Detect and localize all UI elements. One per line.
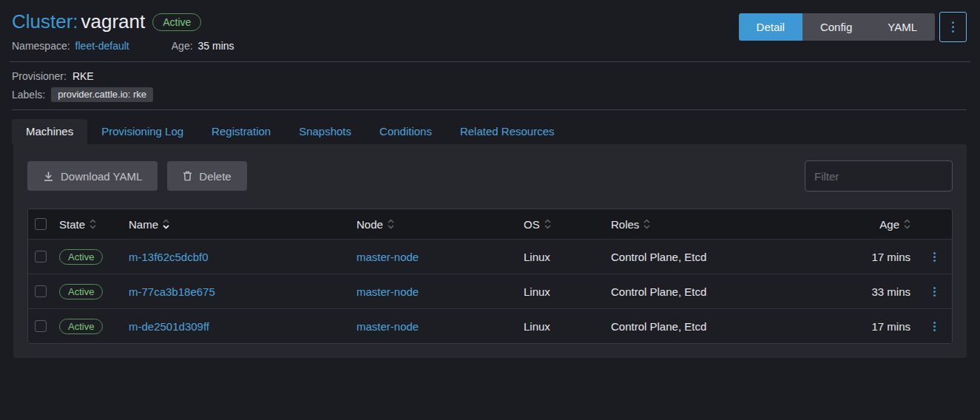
download-yaml-button[interactable]: Download YAML [27, 161, 158, 191]
detail-view-button[interactable]: Detail [739, 13, 802, 41]
row-checkbox[interactable] [35, 285, 47, 297]
tab-registration[interactable]: Registration [197, 119, 285, 144]
masthead: Cluster: vagrant Active Namespace: fleet… [0, 0, 980, 52]
machine-name-link[interactable]: m-de2501d309ff [129, 320, 209, 333]
cluster-meta: Provisioner: RKE Labels: provider.cattle… [0, 62, 980, 102]
node-link[interactable]: master-node [356, 251, 419, 263]
row-checkbox[interactable] [35, 251, 47, 262]
tab-machines[interactable]: Machines [12, 119, 87, 144]
os-cell: Linux [518, 251, 605, 263]
roles-cell: Control Plane, Etcd [605, 251, 828, 263]
os-cell: Linux [518, 320, 605, 333]
column-header-roles[interactable]: Roles [605, 218, 828, 231]
machines-toolbar: Download YAML Delete [27, 160, 953, 192]
machines-panel: Download YAML Delete State [13, 144, 967, 358]
age-label: Age: [172, 40, 193, 52]
meta-divider [12, 109, 967, 110]
machine-name-link[interactable]: m-13f62c5dcbf0 [129, 251, 209, 263]
table-row: Active m-77ca3b18e675 master-node Linux … [28, 274, 952, 308]
status-badge: Active [59, 284, 103, 299]
kebab-icon [933, 287, 936, 289]
delete-label: Delete [199, 170, 231, 183]
row-actions-menu-button[interactable] [929, 248, 940, 266]
kebab-icon [952, 21, 954, 24]
age-value: 35 mins [198, 40, 234, 52]
age-cell: 17 mins [828, 320, 916, 333]
masthead-subrow: Namespace: fleet-default Age: 35 mins [12, 40, 234, 52]
machines-table: State Name [27, 209, 953, 344]
table-row: Active m-13f62c5dcbf0 master-node Linux … [28, 239, 952, 274]
delete-button[interactable]: Delete [167, 161, 246, 191]
os-cell: Linux [518, 285, 605, 298]
cluster-detail-page: Cluster: vagrant Active Namespace: fleet… [0, 0, 980, 420]
trash-icon [183, 171, 192, 181]
namespace-label: Namespace: [12, 40, 70, 52]
tab-provisioning-log[interactable]: Provisioning Log [87, 119, 197, 144]
resource-type-label: Cluster: vagrant [12, 10, 145, 33]
download-icon [43, 171, 54, 182]
config-view-button[interactable]: Config [802, 13, 870, 41]
sort-icon [388, 219, 394, 229]
provisioner-row: Provisioner: RKE [12, 70, 968, 82]
column-header-name[interactable]: Name [123, 218, 351, 231]
namespace-link[interactable]: fleet-default [75, 40, 129, 52]
column-header-os[interactable]: OS [518, 218, 605, 231]
tab-snapshots[interactable]: Snapshots [285, 119, 365, 144]
status-badge: Active [59, 319, 103, 334]
kebab-icon [933, 252, 936, 254]
status-badge: Active [59, 249, 103, 265]
tab-related-resources[interactable]: Related Resources [446, 119, 569, 144]
column-header-state[interactable]: State [53, 218, 123, 231]
label-chip: provider.cattle.io: rke [51, 87, 153, 102]
tab-bar: Machines Provisioning Log Registration S… [12, 119, 967, 144]
roles-cell: Control Plane, Etcd [605, 320, 828, 333]
labels-row: Labels: provider.cattle.io: rke [12, 87, 968, 102]
node-link[interactable]: master-node [356, 285, 419, 298]
sort-icon [544, 219, 551, 229]
download-yaml-label: Download YAML [61, 170, 142, 183]
sort-icon [904, 219, 910, 229]
table-header-row: State Name [28, 209, 952, 239]
machine-name-link[interactable]: m-77ca3b18e675 [129, 285, 215, 298]
cluster-prefix: Cluster: [12, 10, 78, 33]
node-link[interactable]: master-node [356, 320, 419, 333]
sort-icon [89, 219, 96, 229]
view-switcher: Detail Config YAML [739, 13, 935, 41]
yaml-view-button[interactable]: YAML [870, 13, 935, 41]
page-title: Cluster: vagrant Active [12, 10, 234, 33]
sort-icon-active-desc [163, 219, 169, 229]
cluster-actions-menu-button[interactable] [939, 12, 967, 42]
column-header-age[interactable]: Age [828, 218, 916, 231]
table-row: Active m-de2501d309ff master-node Linux … [28, 308, 952, 343]
column-header-node[interactable]: Node [351, 218, 518, 231]
sort-icon [643, 219, 650, 229]
provisioner-value: RKE [72, 70, 94, 82]
row-actions-menu-button[interactable] [929, 317, 940, 336]
row-actions-menu-button[interactable] [929, 282, 940, 301]
select-all-checkbox[interactable] [35, 218, 47, 230]
cluster-state-badge: Active [152, 13, 201, 31]
age-cell: 17 mins [828, 251, 916, 263]
provisioner-label: Provisioner: [12, 70, 67, 82]
masthead-actions: Detail Config YAML [739, 13, 967, 42]
filter-input[interactable] [805, 160, 953, 192]
roles-cell: Control Plane, Etcd [605, 285, 828, 298]
tab-conditions[interactable]: Conditions [365, 119, 446, 144]
masthead-left: Cluster: vagrant Active Namespace: fleet… [12, 10, 234, 52]
age-cell: 33 mins [828, 285, 916, 298]
row-checkbox[interactable] [35, 320, 47, 332]
kebab-icon [933, 322, 936, 324]
labels-label: Labels: [12, 89, 45, 101]
cluster-name: vagrant [81, 10, 145, 33]
header-checkbox-cell [28, 218, 53, 230]
